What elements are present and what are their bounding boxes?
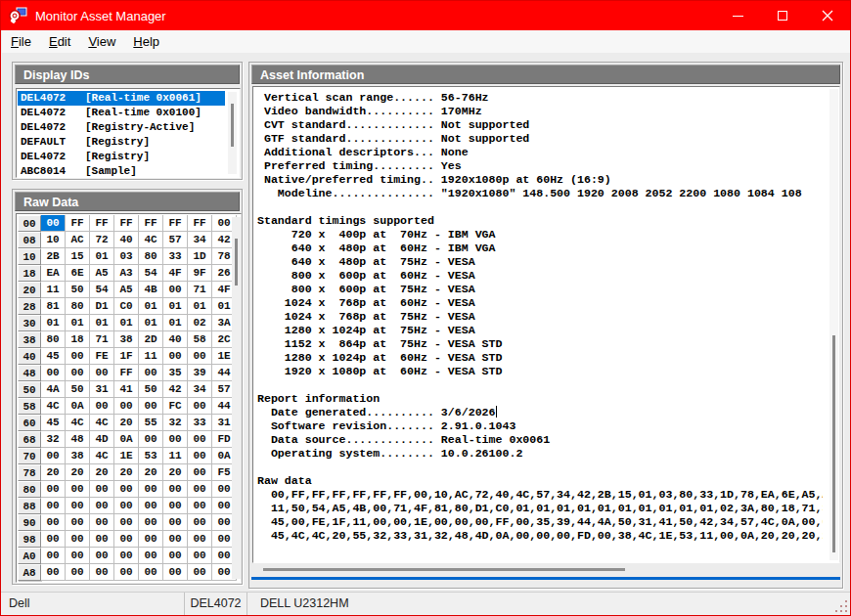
display-id-list[interactable]: DEL4072 [Real-time 0x0061]DEL4072 [Real-…	[16, 88, 241, 178]
hex-cell[interactable]: 40	[114, 232, 139, 248]
menu-view[interactable]: View	[79, 32, 124, 51]
hex-cell[interactable]: 4C	[66, 415, 90, 431]
hex-cell[interactable]: 4A	[41, 381, 66, 398]
hex-cell[interactable]: 00	[163, 348, 188, 365]
hex-cell[interactable]: 71	[188, 282, 212, 298]
hex-cell[interactable]: 0A	[66, 398, 90, 415]
hex-cell[interactable]: 00	[188, 448, 212, 464]
hex-cell[interactable]: 00	[139, 531, 163, 548]
hex-cell[interactable]: 40	[163, 331, 188, 348]
hex-cell[interactable]: FF	[114, 215, 139, 232]
menu-help[interactable]: Help	[124, 32, 168, 51]
hex-cell[interactable]: 00	[188, 431, 212, 448]
hex-cell[interactable]: 01	[66, 315, 90, 331]
hex-cell[interactable]: 00	[66, 564, 90, 581]
hex-cell[interactable]: 1E	[114, 448, 139, 464]
hex-cell[interactable]: 00	[163, 431, 188, 448]
hex-cell[interactable]: 53	[139, 448, 163, 464]
hex-cell[interactable]: 9F	[188, 265, 212, 282]
hex-cell[interactable]: 02	[188, 315, 212, 331]
hex-cell[interactable]: 00	[188, 548, 212, 564]
hex-cell[interactable]: 20	[163, 464, 188, 481]
offset-cell[interactable]: 58	[18, 398, 41, 415]
hex-cell[interactable]: 00	[139, 431, 163, 448]
hex-cell[interactable]: 01	[114, 315, 139, 331]
hex-cell[interactable]: 4B	[139, 282, 163, 298]
hex-cell[interactable]: 80	[139, 248, 163, 265]
hex-cell[interactable]: 00	[41, 481, 66, 498]
hex-cell[interactable]: 32	[163, 415, 188, 431]
offset-cell[interactable]: 48	[18, 365, 41, 381]
offset-cell[interactable]: 38	[18, 331, 41, 348]
hex-cell[interactable]: 20	[41, 464, 66, 481]
hex-cell[interactable]: 4C	[90, 448, 114, 464]
hex-cell[interactable]: 55	[139, 415, 163, 431]
hex-cell[interactable]: 2D	[139, 331, 163, 348]
hex-cell[interactable]: 00	[163, 282, 188, 298]
hex-cell[interactable]: 58	[188, 331, 212, 348]
hex-cell[interactable]: 41	[114, 381, 139, 398]
hex-cell[interactable]: 00	[90, 564, 114, 581]
hex-cell[interactable]: 4C	[90, 415, 114, 431]
offset-cell[interactable]: 30	[18, 315, 41, 331]
hex-cell[interactable]: 11	[41, 282, 66, 298]
hex-cell[interactable]: 00	[188, 514, 212, 531]
hex-grid-scrollbar[interactable]	[232, 217, 241, 579]
hex-cell[interactable]: 20	[114, 415, 139, 431]
hex-cell[interactable]: 01	[188, 298, 212, 315]
hex-cell[interactable]: 35	[163, 365, 188, 381]
hex-cell[interactable]: 00	[66, 531, 90, 548]
hex-cell[interactable]: 00	[188, 348, 212, 365]
hex-cell[interactable]: 00	[163, 481, 188, 498]
display-id-item[interactable]: DEL4072 [Real-time 0x0061]	[18, 91, 225, 106]
hex-cell[interactable]: EA	[41, 265, 66, 282]
hex-cell[interactable]: 00	[139, 498, 163, 514]
asset-scrollbar-horizontal[interactable]	[252, 564, 839, 576]
offset-cell[interactable]: 98	[18, 531, 41, 548]
hex-cell[interactable]: 54	[139, 265, 163, 282]
hex-cell[interactable]: 00	[114, 514, 139, 531]
hex-cell[interactable]: FC	[163, 398, 188, 415]
hex-cell[interactable]: A5	[114, 282, 139, 298]
hex-cell[interactable]: 00	[90, 498, 114, 514]
scrollbar-thumb[interactable]	[832, 335, 835, 552]
hex-cell[interactable]: 11	[163, 448, 188, 464]
hex-cell[interactable]: 00	[41, 531, 66, 548]
hex-cell[interactable]: FF	[188, 215, 212, 232]
offset-cell[interactable]: 08	[18, 232, 41, 248]
hex-cell[interactable]: 00	[41, 448, 66, 464]
hex-cell[interactable]: 50	[66, 282, 90, 298]
hex-cell[interactable]: 20	[139, 464, 163, 481]
offset-cell[interactable]: 80	[18, 481, 41, 498]
offset-cell[interactable]: A0	[18, 548, 41, 564]
offset-cell[interactable]: 70	[18, 448, 41, 464]
hex-cell[interactable]: 00	[66, 498, 90, 514]
hex-cell[interactable]: 00	[163, 498, 188, 514]
hex-cell[interactable]: 01	[139, 298, 163, 315]
hex-cell[interactable]: 34	[188, 381, 212, 398]
hex-cell[interactable]: 4C	[41, 398, 66, 415]
display-id-item[interactable]: DEL4072 [Real-time 0x0100]	[18, 106, 225, 120]
hex-cell[interactable]: 01	[163, 315, 188, 331]
hex-cell[interactable]: 38	[66, 448, 90, 464]
hex-cell[interactable]: 00	[139, 514, 163, 531]
hex-cell[interactable]: 38	[114, 331, 139, 348]
offset-cell[interactable]: 68	[18, 431, 41, 448]
hex-cell[interactable]: 15	[66, 248, 90, 265]
hex-cell[interactable]: FE	[90, 348, 114, 365]
hex-cell[interactable]: A5	[90, 265, 114, 282]
hex-cell[interactable]: 6E	[66, 265, 90, 282]
resize-grip-icon[interactable]	[834, 599, 847, 612]
hex-cell[interactable]: 00	[90, 398, 114, 415]
hex-cell[interactable]: 00	[188, 498, 212, 514]
hex-cell[interactable]: 00	[90, 481, 114, 498]
hex-cell[interactable]: 00	[139, 481, 163, 498]
hex-cell[interactable]: 10	[41, 232, 66, 248]
offset-cell[interactable]: 00	[18, 215, 41, 232]
hex-cell[interactable]: 80	[66, 298, 90, 315]
display-id-item[interactable]: ABC8014 [Sample]	[18, 164, 225, 178]
hex-cell[interactable]: 4C	[139, 232, 163, 248]
hex-cell[interactable]: 33	[163, 248, 188, 265]
hex-cell[interactable]: FF	[163, 215, 188, 232]
hex-cell[interactable]: 2B	[41, 248, 66, 265]
